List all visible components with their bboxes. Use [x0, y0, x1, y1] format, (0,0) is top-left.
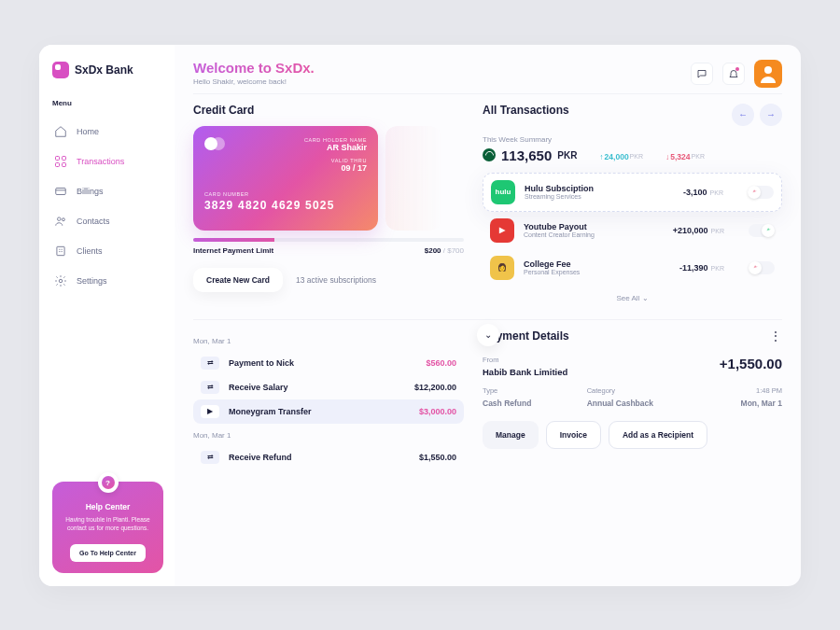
delta-down: ↓ 5,324PKR: [665, 152, 705, 161]
card-valid-label: VALID THRU: [304, 158, 367, 163]
user-avatar[interactable]: [754, 60, 782, 88]
transaction-amount: -3,100PKR: [683, 188, 723, 197]
payment-row[interactable]: ⇄ Receive Salary $12,200.00: [193, 375, 464, 399]
transactions-section: All Transactions ← → This Week Summary 1…: [483, 104, 782, 302]
total-currency: PKR: [557, 150, 577, 161]
help-text: Having trouble in Planti. Please contact…: [62, 515, 154, 532]
card-actions: Create New Card 13 active subscriptions: [193, 268, 464, 292]
add-recipient-button[interactable]: Add as a Recipient: [609, 421, 707, 449]
sidebar-item-contacts[interactable]: Contacts: [52, 206, 163, 236]
payment-amount: $3,000.00: [419, 407, 456, 416]
credit-card-section: Credit Card CARD HOLDER NAME AR Shakir V…: [193, 104, 464, 302]
payment-details-section: Payment Details ⋮ From Habib Bank Limiti…: [483, 329, 782, 469]
date-label: Mon, Mar 1: [193, 337, 464, 345]
type-label: Type: [483, 386, 574, 395]
active-subscriptions: 13 active subscriptions: [296, 275, 376, 285]
credit-card-next[interactable]: [385, 126, 441, 231]
sidebar-item-label: Clients: [77, 246, 103, 256]
send-icon: ▶: [201, 405, 219, 418]
sidebar-item-settings[interactable]: Settings: [52, 266, 163, 296]
users-icon: [54, 215, 67, 228]
divider: [193, 319, 782, 320]
date-label: Mon, Mar 1: [193, 431, 464, 440]
transaction-toggle[interactable]: [749, 261, 775, 274]
sidebar: SxDx Bank Menu Home Transactions Billing…: [39, 45, 175, 586]
payment-row-selected[interactable]: ▶ Moneygram Transfer $3,000.00: [193, 399, 464, 424]
manage-button[interactable]: Manage: [483, 421, 539, 449]
transaction-name: Hulu Subsciption: [525, 184, 594, 193]
prev-button[interactable]: ←: [732, 104, 754, 126]
from-label: From: [483, 356, 567, 364]
building-icon: [54, 245, 67, 258]
total-amount: 113,650: [501, 147, 552, 163]
details-amount: +1,550.00: [720, 356, 782, 377]
sidebar-item-billings[interactable]: Billings: [52, 176, 163, 206]
delta-up: ↑ 24,000PKR: [599, 152, 643, 161]
transaction-subtitle: Content Creator Earning: [524, 231, 595, 238]
help-center-button[interactable]: Go To Help Center: [70, 544, 146, 562]
question-icon: ?: [102, 476, 115, 489]
transaction-row[interactable]: ▶ Youtube Payout Content Creator Earning…: [483, 212, 782, 249]
sidebar-item-clients[interactable]: Clients: [52, 236, 163, 266]
sidebar-item-home[interactable]: Home: [52, 117, 163, 147]
transfer-icon: ⇄: [201, 381, 219, 394]
transaction-toggle[interactable]: [749, 224, 775, 237]
date-value: Mon, Mar 1: [691, 399, 782, 408]
transaction-row[interactable]: hulu Hulu Subsciption Streaming Services…: [483, 173, 782, 212]
payment-row[interactable]: ⇄ Payment to Nick $560.00: [193, 351, 464, 375]
brand-logo: SxDx Bank: [52, 62, 163, 78]
total-balance: 113,650 PKR: [483, 147, 577, 163]
payment-name: Receive Refund: [229, 453, 292, 462]
create-card-button[interactable]: Create New Card: [193, 268, 283, 292]
brand-icon: [52, 62, 69, 78]
transaction-amount: -11,390PKR: [679, 263, 724, 273]
category-label: Category: [587, 386, 679, 395]
brand-name: SxDx Bank: [75, 63, 133, 77]
payments-list: Mon, Mar 1 ⇄ Payment to Nick $560.00 ⇄ R…: [193, 329, 464, 469]
more-button[interactable]: ⋮: [770, 329, 782, 343]
help-title: Help Center: [62, 502, 154, 511]
see-all-link[interactable]: See All ⌄: [483, 294, 782, 302]
limit-total: / $700: [441, 246, 464, 255]
grid-icon: [54, 155, 67, 168]
payment-row[interactable]: ⇄ Receive Refund $1,550.00: [193, 445, 464, 469]
expand-button[interactable]: ⌄: [477, 324, 499, 346]
transfer-icon: ⇄: [201, 357, 219, 370]
cards-carousel: CARD HOLDER NAME AR Shakir VALID THRU 09…: [193, 126, 464, 231]
transaction-row[interactable]: 👩 College Fee Personal Expenses -11,390P…: [483, 249, 782, 287]
page-title: Welcome to SxDx.: [193, 60, 315, 76]
transaction-toggle[interactable]: [748, 186, 774, 199]
card-network-icon: [204, 137, 225, 150]
help-badge: ?: [98, 472, 119, 493]
payment-name: Receive Salary: [229, 383, 288, 392]
topbar: Welcome to SxDx. Hello Shakir, welcome b…: [193, 60, 782, 88]
payment-amount: $560.00: [426, 358, 456, 368]
divider: [193, 93, 782, 94]
time-value: 1:48 PM: [691, 386, 782, 395]
svg-rect-0: [56, 188, 66, 194]
limit-values: $200 / $700: [425, 246, 464, 255]
sidebar-item-transactions[interactable]: Transactions: [52, 147, 163, 176]
transaction-subtitle: Personal Expenses: [524, 269, 580, 275]
card-number: 3829 4820 4629 5025: [204, 199, 367, 212]
transaction-name: Youtube Payout: [524, 222, 595, 231]
sidebar-item-label: Transactions: [77, 157, 124, 166]
credit-card[interactable]: CARD HOLDER NAME AR Shakir VALID THRU 09…: [193, 126, 378, 231]
svg-point-2: [62, 217, 64, 220]
limit-label: Internet Payment Limit: [193, 246, 273, 255]
transfer-icon: ⇄: [201, 451, 219, 464]
type-value: Cash Refund: [483, 399, 574, 408]
notifications-button[interactable]: [722, 63, 745, 85]
welcome-block: Welcome to SxDx. Hello Shakir, welcome b…: [193, 60, 315, 86]
payment-name: Moneygram Transfer: [229, 407, 312, 416]
invoice-button[interactable]: Invoice: [546, 421, 601, 449]
svg-point-4: [59, 279, 63, 283]
next-button[interactable]: →: [760, 104, 782, 126]
bottom-row: Mon, Mar 1 ⇄ Payment to Nick $560.00 ⇄ R…: [193, 329, 782, 469]
home-icon: [54, 125, 67, 138]
payment-name: Payment to Nick: [229, 358, 294, 368]
transaction-subtitle: Streaming Services: [525, 193, 594, 200]
sidebar-item-label: Billings: [77, 187, 104, 196]
svg-point-5: [764, 66, 772, 74]
messages-button[interactable]: [691, 63, 713, 85]
